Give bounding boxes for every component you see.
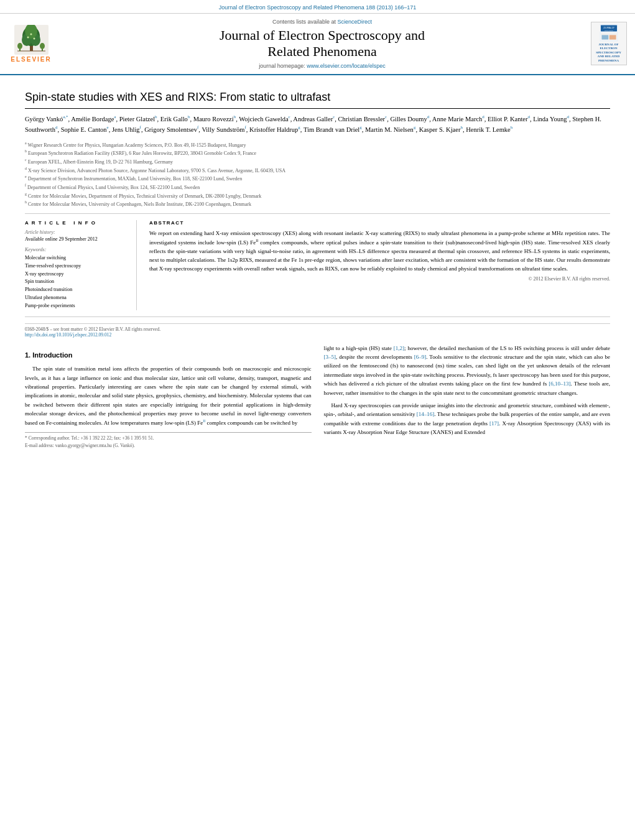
journal-center: Contents lists available at ScienceDirec… [62, 19, 582, 69]
journal-cover-icon: JOURNAL OF ELECTRON [596, 24, 621, 42]
body-col-right: light to a high-spin (HS) state [1,2]; h… [324, 344, 611, 450]
abstract-label: ABSTRACT [149, 220, 610, 226]
intro-heading: 1. Introduction [25, 350, 312, 361]
copyright-text: © 2012 Elsevier B.V. All rights reserved… [149, 276, 610, 282]
article-info-label: A R T I C L E I N F O [25, 220, 129, 226]
svg-rect-20 [601, 35, 608, 40]
keywords-label: Keywords: [25, 247, 129, 252]
svg-point-8 [30, 33, 32, 35]
ref-14-16[interactable]: [14–16] [417, 411, 435, 417]
main-content: Spin-state studies with XES and RIXS: Fr… [0, 75, 635, 456]
contents-line: Contents lists available at ScienceDirec… [272, 19, 372, 25]
abstract-col: ABSTRACT We report on extending hard X-r… [149, 220, 610, 310]
journal-logo-box: JOURNAL OF ELECTRON JOURNAL OF ELECTRON … [591, 22, 627, 65]
svg-point-7 [33, 37, 35, 39]
article-title: Spin-state studies with XES and RIXS: Fr… [25, 90, 610, 109]
ref-6-10-13[interactable]: [6,10–13] [549, 381, 570, 387]
abstract-text: We report on extending hard X-ray emissi… [149, 229, 610, 274]
svg-text:ELECTRON: ELECTRON [605, 30, 613, 32]
journal-logo-right: JOURNAL OF ELECTRON JOURNAL OF ELECTRON … [588, 19, 629, 69]
journal-homepage-link[interactable]: www.elsevier.com/locate/elspec [307, 63, 386, 69]
ref-6-9[interactable]: [6–9] [414, 354, 427, 360]
page: Journal of Electron Spectroscopy and Rel… [0, 0, 635, 840]
authors-block: György Vankóa,*, Amélie Bordagea, Pieter… [25, 114, 610, 136]
elsevier-brand-text: ELSEVIER [11, 56, 51, 63]
journal-reference-bar: Journal of Electron Spectroscopy and Rel… [0, 0, 635, 14]
body-col-left: 1. Introduction The spin state of transi… [25, 344, 312, 450]
elsevier-logo: ELSEVIER [6, 19, 56, 69]
ref-17[interactable]: [17] [489, 420, 499, 427]
footnote-block: * Corresponding author. Tel.: +36 1 392 … [25, 432, 312, 450]
keywords-list: Molecular switching Time-resolved spectr… [25, 254, 129, 310]
journal-title: Journal of Electron Spectroscopy andRela… [220, 27, 425, 60]
journal-reference-link[interactable]: Journal of Electron Spectroscopy and Rel… [219, 4, 417, 11]
history-label: Article history: [25, 229, 129, 235]
intro-para-3: Hard X-ray spectroscopies can provide un… [324, 401, 611, 437]
journal-header: ELSEVIER Contents lists available at Sci… [0, 14, 635, 75]
affiliations-block: a Wigner Research Centre for Physics, Hu… [25, 141, 610, 214]
footer-license: 0368-2048/$ – see front matter © 2012 El… [25, 323, 610, 338]
article-info-col: A R T I C L E I N F O Article history: A… [25, 220, 137, 310]
svg-point-13 [40, 43, 45, 49]
svg-point-6 [27, 36, 29, 38]
body-content: 1. Introduction The spin state of transi… [25, 344, 610, 450]
journal-homepage: journal homepage: www.elsevier.com/locat… [259, 63, 386, 69]
svg-point-12 [17, 43, 22, 49]
available-online: Available online 29 September 2012 [25, 236, 129, 242]
doi-link[interactable]: http://dx.doi.org/10.1016/j.elspec.2012.… [25, 332, 111, 338]
elsevier-tree-icon [14, 25, 49, 55]
intro-para-2: light to a high-spin (HS) state [1,2]; h… [324, 344, 611, 397]
ref-1-2[interactable]: [1,2] [394, 345, 404, 351]
svg-text:JOURNAL OF: JOURNAL OF [603, 27, 614, 30]
sciencedirect-link[interactable]: ScienceDirect [338, 19, 373, 25]
journal-logo-title: JOURNAL OF ELECTRON SPECTROSCOPY AND REL… [596, 43, 621, 63]
intro-para-1: The spin state of transition metal ions … [25, 364, 312, 427]
svg-rect-21 [609, 35, 616, 40]
article-info-abstract: A R T I C L E I N F O Article history: A… [25, 220, 610, 317]
ref-3-5[interactable]: [3–5] [324, 354, 336, 360]
